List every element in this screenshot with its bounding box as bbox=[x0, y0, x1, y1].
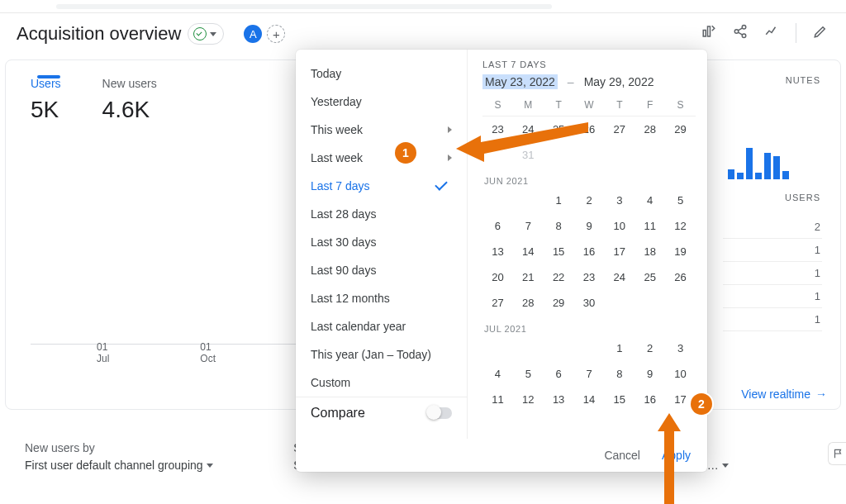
annotation-arrow-1 bbox=[456, 116, 596, 165]
calendar-dow-header: SMTWTFS bbox=[482, 99, 696, 116]
date-range-popover: Today Yesterday This week Last week Last… bbox=[296, 50, 707, 472]
realtime-heading-fragment: NUTES bbox=[786, 75, 820, 85]
svg-rect-1 bbox=[708, 26, 711, 36]
preset-today[interactable]: Today bbox=[296, 59, 467, 88]
page-header: Acquisition overview A + Today Yesterday… bbox=[0, 13, 846, 55]
edit-icon[interactable] bbox=[813, 24, 828, 42]
calendar-grid-jul[interactable]: 1234567891011121314151617 bbox=[482, 335, 696, 412]
insights-icon[interactable] bbox=[764, 24, 779, 42]
range-dash: – bbox=[568, 75, 574, 88]
header-toolbar bbox=[701, 23, 828, 43]
preset-list: Today Yesterday This week Last week Last… bbox=[296, 50, 468, 439]
arrow-right-icon: → bbox=[815, 388, 827, 401]
svg-marker-5 bbox=[456, 122, 588, 162]
feedback-flag-icon[interactable] bbox=[828, 442, 846, 465]
preset-last-12-months[interactable]: Last 12 months bbox=[296, 284, 467, 312]
preset-last-week[interactable]: Last week bbox=[296, 144, 467, 172]
range-start[interactable]: May 23, 2022 bbox=[482, 74, 558, 89]
preset-last-30-days[interactable]: Last 30 days bbox=[296, 228, 467, 256]
selected-check-icon bbox=[435, 178, 448, 191]
compare-switch[interactable] bbox=[427, 407, 452, 419]
customize-report-icon[interactable] bbox=[701, 24, 716, 42]
status-chip[interactable] bbox=[188, 23, 224, 45]
chevron-down-icon bbox=[207, 464, 213, 468]
compare-label: Compare bbox=[311, 406, 365, 421]
view-realtime-link[interactable]: View realtime→ bbox=[741, 388, 827, 401]
annotation-badge-2: 2 bbox=[691, 393, 712, 415]
svg-point-4 bbox=[742, 34, 746, 38]
range-values: May 23, 2022 – May 29, 2022 bbox=[482, 74, 696, 89]
checkmark-icon bbox=[193, 27, 207, 40]
add-comparison-button[interactable]: + bbox=[267, 25, 285, 43]
share-icon[interactable] bbox=[733, 24, 748, 42]
preset-this-week[interactable]: This week bbox=[296, 116, 467, 144]
chevron-right-icon bbox=[448, 155, 452, 161]
cancel-button[interactable]: Cancel bbox=[604, 449, 640, 462]
svg-point-2 bbox=[742, 26, 746, 30]
toolbar-separator bbox=[796, 23, 796, 43]
chevron-down-icon bbox=[210, 32, 216, 36]
realtime-user-list: 2 1 1 1 1 bbox=[723, 216, 822, 331]
app-topbar bbox=[0, 0, 846, 13]
range-end[interactable]: May 29, 2022 bbox=[584, 75, 654, 88]
annotation-badge-1: 1 bbox=[395, 142, 416, 164]
preset-last-28-days[interactable]: Last 28 days bbox=[296, 200, 467, 228]
page-title: Acquisition overview bbox=[17, 23, 181, 45]
calendar-month-jun: JUN 2021 bbox=[482, 168, 696, 188]
preset-last-7-days[interactable]: Last 7 days bbox=[296, 172, 467, 200]
metric-new-users[interactable]: New users 4.6K bbox=[102, 77, 157, 123]
metric-users[interactable]: Users 5K bbox=[31, 77, 61, 123]
popover-actions: Cancel Apply bbox=[296, 439, 707, 472]
axis-tick-1: 01Jul bbox=[97, 341, 109, 364]
metric-active-indicator bbox=[37, 75, 60, 78]
chevron-right-icon bbox=[448, 126, 452, 133]
calendar-month-jul: JUL 2021 bbox=[482, 316, 696, 335]
svg-marker-6 bbox=[658, 413, 681, 504]
calendar-panel: LAST 7 DAYS May 23, 2022 – May 29, 2022 … bbox=[468, 50, 707, 439]
svg-rect-0 bbox=[703, 31, 706, 37]
compare-toggle-row: Compare bbox=[296, 397, 467, 429]
realtime-bar-chart bbox=[728, 143, 789, 179]
card-new-users-by[interactable]: New users by First user default channel … bbox=[25, 440, 283, 474]
users-column-label: USERS bbox=[785, 193, 820, 202]
calendar-grid-jun[interactable]: 1234567891011121314151617181920212223242… bbox=[482, 188, 696, 316]
chevron-down-icon bbox=[722, 464, 729, 468]
annotation-arrow-2 bbox=[653, 413, 686, 504]
range-label: LAST 7 DAYS bbox=[482, 59, 696, 69]
preset-last-calendar-year[interactable]: Last calendar year bbox=[296, 312, 467, 340]
preset-custom[interactable]: Custom bbox=[296, 368, 467, 397]
preset-this-year[interactable]: This year (Jan – Today) bbox=[296, 340, 467, 368]
preset-last-90-days[interactable]: Last 90 days bbox=[296, 256, 467, 284]
search-bar-placeholder[interactable] bbox=[56, 4, 552, 9]
audience-chip[interactable]: A bbox=[244, 25, 262, 43]
preset-yesterday[interactable]: Yesterday bbox=[296, 88, 467, 116]
svg-point-3 bbox=[734, 30, 739, 34]
axis-tick-2: 01Oct bbox=[200, 341, 216, 364]
